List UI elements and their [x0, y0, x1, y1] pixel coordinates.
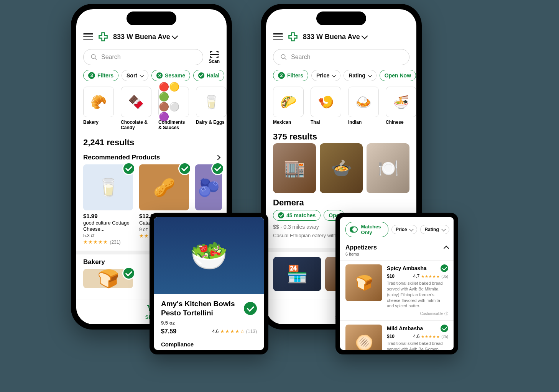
address-selector[interactable]: 833 W Buena Ave — [113, 33, 177, 41]
section-title: Appetizers — [345, 244, 377, 251]
match-check-icon — [441, 325, 448, 332]
chip-label: Sesame — [174, 353, 193, 354]
check-icon — [198, 72, 204, 79]
product-image: 🥛 — [83, 164, 133, 210]
recommended-header[interactable]: Recommended Products — [76, 149, 227, 164]
restaurant-image[interactable]: 🍽️ — [367, 143, 409, 193]
category-chocolate[interactable]: 🍫 Chocolate & Candy — [121, 87, 151, 131]
matches-chip[interactable]: 45 matches — [273, 210, 321, 221]
restaurant-image[interactable]: 🏪 — [273, 257, 321, 291]
category-image: 🔴🟡🟢🟤⚪🟣 — [158, 87, 189, 117]
category-label: Chocolate & Candy — [121, 120, 151, 131]
chevron-right-icon — [215, 155, 220, 160]
product-price: $1.99 — [83, 213, 133, 219]
hamburger-icon[interactable] — [273, 33, 283, 40]
svg-line-1 — [95, 58, 97, 60]
dish-item[interactable]: 🍞 Spicy Ambasha $10 4.7 ★★★★★ (35) Tradi… — [340, 260, 454, 320]
category-label: Condiments & Sauces — [158, 120, 189, 131]
search-input[interactable]: Search — [83, 49, 203, 65]
menu-filter-row: Matches Only Price Rating — [340, 217, 454, 242]
category-label: Dairy & Eggs — [196, 120, 227, 125]
restaurant-image[interactable]: 🏬 — [273, 143, 316, 193]
filter-count-badge: 3 — [88, 72, 95, 79]
chevron-down-icon — [441, 227, 446, 231]
product-image: 🫐 — [195, 164, 222, 210]
cuisine-indian[interactable]: 🍛 Indian — [348, 87, 379, 125]
menu-card: Matches Only Price Rating Appetizers 6 i… — [335, 213, 458, 354]
halal-chip[interactable]: Halal — [193, 70, 224, 81]
product-image: 🍞 — [83, 269, 133, 288]
customisable-label: Customisable ⓘ — [387, 311, 448, 317]
category-row: 🥐 Bakery 🍫 Chocolate & Candy 🔴🟡🟢🟤⚪🟣 Cond… — [76, 87, 227, 136]
chip-label: Price — [396, 227, 407, 232]
cuisine-thai[interactable]: 🍤 Thai — [311, 87, 341, 125]
menu-section-header[interactable]: Appetizers — [340, 242, 454, 252]
dish-image: 🍞 — [345, 264, 382, 301]
chevron-down-icon — [140, 73, 144, 77]
review-count: (231) — [110, 239, 120, 245]
hamburger-icon[interactable] — [83, 33, 93, 40]
match-check-icon — [441, 264, 448, 272]
open-now-chip[interactable]: Open Now — [380, 70, 416, 81]
compliance-chip[interactable]: ✕ Sesame — [161, 351, 198, 355]
section-title: Recommended Products — [83, 154, 160, 161]
match-check-icon — [122, 267, 135, 280]
category-image: 🥐 — [83, 87, 114, 117]
phone-notch — [316, 11, 366, 25]
product-card[interactable]: 🍞 — [83, 269, 133, 288]
dish-description: Traditional skillet baked bread served w… — [387, 280, 448, 309]
rating-chip[interactable]: Rating — [344, 70, 377, 81]
sesame-chip[interactable]: ✕ Sesame — [151, 70, 190, 81]
dish-item[interactable]: 🫓 Mild Ambasha $10 4.6 ★★★★★ (25) Tradit… — [340, 320, 454, 354]
category-dairy[interactable]: 🥛 Dairy & Eggs — [196, 87, 227, 131]
matches-only-toggle[interactable]: Matches Only — [345, 222, 388, 237]
price-chip[interactable]: Price — [311, 70, 340, 81]
remove-icon: ✕ — [156, 72, 163, 79]
rating-chip[interactable]: Rating — [420, 225, 449, 234]
category-image: 🍫 — [121, 87, 151, 117]
chip-label: Sesame — [165, 72, 185, 79]
category-condiments[interactable]: 🔴🟡🟢🟤⚪🟣 Condiments & Sauces — [158, 87, 189, 131]
cuisine-image: 🌮 — [273, 87, 304, 117]
dish-image: 🫓 — [345, 325, 382, 354]
address-selector[interactable]: 833 W Buena Ave — [303, 33, 367, 41]
review-count: (113) — [246, 329, 257, 334]
restaurant-name[interactable]: Demera — [266, 193, 416, 210]
restaurant-image-row: 🏬 🍲 🍽️ — [266, 143, 416, 193]
chip-label: Price — [316, 72, 329, 79]
product-card[interactable]: 🥛 $1.99 good culture Cottage Cheese... 5… — [83, 164, 133, 246]
phone-notch — [127, 11, 176, 25]
switch-icon — [350, 226, 358, 233]
cuisine-mexican[interactable]: 🌮 Mexican — [273, 87, 304, 125]
address-text: 833 W Buena Ave — [303, 33, 360, 41]
chip-label: 45 matches — [286, 212, 316, 218]
product-rating: 4.6 — [212, 329, 219, 334]
filters-chip[interactable]: 3 Filters — [83, 70, 118, 81]
product-detail-size: 9.5 oz — [161, 320, 257, 326]
price-chip[interactable]: Price — [391, 225, 417, 234]
dish-name: Spicy Ambasha — [387, 265, 427, 271]
compliance-header: Compliance — [161, 341, 257, 348]
chevron-down-icon — [361, 33, 368, 39]
cuisine-chinese[interactable]: 🍜 Chinese — [386, 87, 416, 125]
scan-label: Scan — [209, 59, 220, 64]
toggle-label: Matches Only — [361, 224, 384, 235]
restaurant-image[interactable]: 🍲 — [320, 143, 363, 193]
filter-chip-row: 3 Filters Sort ✕ Sesame Halal — [76, 70, 227, 87]
match-check-icon — [211, 162, 224, 175]
filter-chip-row: 2 Filters Price Rating Open Now — [266, 70, 416, 87]
category-bakery[interactable]: 🥐 Bakery — [83, 87, 114, 131]
scan-button[interactable]: Scan — [209, 50, 220, 64]
star-rating-icon: ★★★★★ — [83, 239, 108, 245]
chip-label: Rating — [349, 72, 365, 79]
search-input[interactable]: Search — [273, 49, 409, 65]
chevron-down-icon — [171, 33, 178, 39]
cuisine-label: Thai — [311, 120, 341, 125]
review-count: (35) — [441, 274, 448, 279]
filters-chip[interactable]: 2 Filters — [273, 70, 308, 81]
product-detail-price: $7.59 — [161, 328, 176, 335]
dish-price: $10 — [387, 274, 395, 279]
remove-icon: ✕ — [166, 353, 172, 355]
sort-chip[interactable]: Sort — [122, 70, 148, 81]
star-rating-icon: ★★★★★ — [421, 274, 440, 279]
